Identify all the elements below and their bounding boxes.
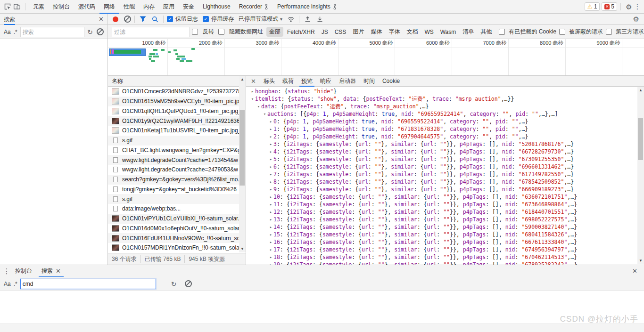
disclosure-triangle-icon[interactable]: ▸ bbox=[250, 88, 255, 95]
drawer-match-case-toggle[interactable]: Aa bbox=[4, 281, 11, 287]
network-conditions-icon[interactable] bbox=[286, 15, 296, 24]
detail-tab-响应[interactable]: 响应 bbox=[316, 76, 335, 87]
request-row[interactable]: tongji?gmkey=&gokey=at_bucketid%3D0%26 bbox=[108, 185, 246, 194]
filter-type-CSS[interactable]: CSS bbox=[332, 28, 349, 36]
disclosure-triangle-icon[interactable]: ▸ bbox=[268, 208, 273, 216]
request-list-scrollbar[interactable]: ▲ ▼ bbox=[239, 76, 246, 252]
record-network-log-button[interactable] bbox=[113, 16, 118, 22]
detail-tab-Cookie[interactable]: Cookie bbox=[379, 76, 404, 87]
request-row[interactable]: wwgw.light.degradeCount?cache=1713454&w bbox=[108, 155, 246, 165]
filter-type-字体[interactable]: 字体 bbox=[386, 27, 403, 37]
disclosure-triangle-icon[interactable]: ▸ bbox=[268, 223, 273, 231]
regex-toggle[interactable]: .* bbox=[14, 29, 17, 35]
filter-type-媒体[interactable]: 媒体 bbox=[368, 27, 385, 37]
request-row[interactable]: O1CN01qlIQRL1iQufPQUcd1_!!0-item_pic.jpg… bbox=[108, 106, 246, 116]
filter-type-文档[interactable]: 文档 bbox=[404, 27, 421, 37]
refresh-search-icon[interactable]: ↻ bbox=[87, 29, 93, 35]
detail-tab-载荷[interactable]: 载荷 bbox=[279, 76, 297, 87]
filter-type-其他[interactable]: 其他 bbox=[478, 27, 495, 37]
warnings-badge[interactable]: ⚠ 1 bbox=[585, 2, 600, 11]
disclosure-triangle-icon[interactable]: ▸ bbox=[268, 231, 273, 238]
preserve-log-checkbox[interactable]: ✓ bbox=[167, 16, 173, 22]
filter-type-JS[interactable]: JS bbox=[319, 28, 331, 36]
request-row[interactable]: search?gmkey=&gokey=vers%3Dj%26list_mo. bbox=[108, 175, 246, 185]
match-case-toggle[interactable]: Aa bbox=[4, 29, 11, 35]
request-row[interactable]: O1CN016FdUf41UHNnoV9OWc_!!0-saturn_sol bbox=[108, 233, 246, 243]
network-settings-gear-icon[interactable]: ⚙ bbox=[633, 16, 639, 23]
scroll-up-icon[interactable]: ▲ bbox=[239, 76, 246, 83]
detail-panel-scrollbar[interactable]: ▲ ▼ bbox=[637, 87, 644, 264]
json-tree-row[interactable]: ▸7: {i2iTags: {samestyle: {url: ""}, sim… bbox=[246, 170, 644, 178]
disclosure-triangle-icon[interactable]: ▸ bbox=[268, 170, 273, 178]
request-row[interactable]: O1CN01Cmcec923dNNBRGdvz_!!2539737278. bbox=[108, 87, 246, 97]
json-tree-row[interactable]: ▸9: {i2iTags: {samestyle: {url: ""}, sim… bbox=[246, 186, 644, 193]
extra-filter-checkbox[interactable] bbox=[559, 29, 565, 35]
errors-badge[interactable]: ✕ 5 bbox=[602, 2, 617, 11]
drawer-search-input[interactable] bbox=[20, 279, 156, 289]
disclosure-triangle-icon[interactable]: ▸ bbox=[268, 193, 273, 201]
invert-filter-checkbox[interactable] bbox=[192, 29, 198, 35]
disclosure-triangle-icon[interactable]: ▸ bbox=[268, 253, 273, 261]
detail-tab-标头[interactable]: 标头 bbox=[260, 76, 279, 87]
request-row[interactable]: O1CN0157MDRi1YnDnizonFn_!!0-saturn_solar bbox=[108, 243, 246, 253]
tab-Lighthouse[interactable]: Lighthouse bbox=[198, 0, 235, 14]
export-har-icon[interactable] bbox=[315, 15, 324, 24]
search-input[interactable] bbox=[20, 27, 85, 37]
disclosure-triangle-icon[interactable]: ▸ bbox=[268, 178, 273, 186]
request-row[interactable]: data:image/webp;bas... bbox=[108, 204, 246, 214]
scroll-down-icon[interactable]: ▼ bbox=[637, 258, 644, 264]
detail-tab-预览[interactable]: 预览 bbox=[297, 76, 316, 87]
json-tree-row[interactable]: ▸10: {i2iTags: {samestyle: {url: ""}, si… bbox=[246, 193, 644, 201]
disclosure-triangle-icon[interactable]: ▾ bbox=[250, 95, 255, 103]
tab-Recorder[interactable]: Recorder bbox=[235, 0, 273, 14]
network-search-icon[interactable] bbox=[150, 15, 160, 24]
disclosure-triangle-icon[interactable]: ▸ bbox=[268, 261, 273, 265]
extra-filter-label[interactable]: 第三方请求 bbox=[616, 28, 644, 36]
hide-data-urls-label[interactable]: 隐藏数据网址 bbox=[229, 28, 263, 36]
disable-cache-label[interactable]: 停用缓存 bbox=[211, 15, 234, 23]
scroll-down-icon[interactable]: ▼ bbox=[239, 246, 246, 252]
json-tree-row[interactable]: ▸8: {i2iTags: {samestyle: {url: ""}, sim… bbox=[246, 178, 644, 186]
disclosure-triangle-icon[interactable]: ▸ bbox=[268, 186, 273, 193]
filter-type-图片[interactable]: 图片 bbox=[350, 27, 367, 37]
filter-toggle-icon[interactable] bbox=[138, 15, 148, 24]
clear-network-log-icon[interactable] bbox=[124, 16, 131, 23]
drawer-tab-搜索[interactable]: 搜索✕ bbox=[37, 265, 66, 277]
disclosure-triangle-icon[interactable]: ▸ bbox=[268, 201, 273, 208]
drawer-clear-search-icon[interactable] bbox=[185, 280, 192, 287]
hide-data-urls-checkbox[interactable] bbox=[218, 29, 224, 35]
json-tree-row[interactable]: ▸18: {i2iTags: {samestyle: {url: ""}, si… bbox=[246, 253, 644, 261]
close-search-panel-icon[interactable]: ✕ bbox=[99, 16, 104, 22]
json-tree-row[interactable]: ▸5: {i2iTags: {samestyle: {url: ""}, sim… bbox=[246, 155, 644, 163]
detail-tab-时间[interactable]: 时间 bbox=[360, 76, 379, 87]
import-har-icon[interactable] bbox=[303, 15, 312, 24]
disclosure-triangle-icon[interactable]: ▸ bbox=[268, 238, 273, 246]
extra-filter-label[interactable]: 被屏蔽的请求 bbox=[569, 28, 603, 36]
preserve-log-label[interactable]: 保留日志 bbox=[175, 15, 198, 23]
request-row[interactable]: O1CN016d0M0x1o6ephiOutV_!!0-saturn_solar bbox=[108, 224, 246, 234]
drawer-tab-控制台[interactable]: 控制台 bbox=[10, 265, 37, 277]
tab-安全[interactable]: 安全 bbox=[179, 0, 198, 14]
close-tab-icon[interactable]: ✕ bbox=[56, 268, 61, 274]
scrollbar-thumb[interactable] bbox=[638, 118, 643, 160]
json-tree-row[interactable]: ▾data: {postFeeText: "运费", trace: "msrp_… bbox=[246, 103, 644, 110]
request-row[interactable]: wwgw.light.degradeCount?cache=2479053&w bbox=[108, 165, 246, 175]
drawer-refresh-search-icon[interactable]: ↻ bbox=[171, 281, 177, 287]
json-tree-row[interactable]: ▸hongbao: {status: "hide"} bbox=[246, 88, 644, 95]
disclosure-triangle-icon[interactable]: ▸ bbox=[268, 246, 273, 253]
settings-gear-icon[interactable]: ⚙ bbox=[624, 2, 634, 11]
tab-控制台[interactable]: 控制台 bbox=[49, 0, 74, 14]
inspect-element-icon[interactable] bbox=[3, 2, 12, 11]
disclosure-triangle-icon[interactable]: ▸ bbox=[268, 148, 273, 155]
extra-filter-checkbox[interactable] bbox=[606, 29, 612, 35]
json-tree-row[interactable]: ▾itemlist: {status: "show", data: {postF… bbox=[246, 95, 644, 103]
filter-type-Fetch/XHR[interactable]: Fetch/XHR bbox=[284, 28, 318, 36]
filter-type-Wasm[interactable]: Wasm bbox=[438, 28, 459, 36]
extra-filter-checkbox[interactable] bbox=[499, 29, 505, 35]
tab-性能[interactable]: 性能 bbox=[119, 0, 139, 14]
scrollbar-thumb[interactable] bbox=[239, 110, 245, 186]
json-tree-row[interactable]: ▸1: {p4p: 1, p4pSameHeight: true, nid: "… bbox=[246, 125, 644, 133]
tab-源代码[interactable]: 源代码 bbox=[74, 0, 99, 14]
name-column-header[interactable]: 名称 bbox=[112, 77, 123, 85]
disclosure-triangle-icon[interactable]: ▸ bbox=[268, 140, 273, 148]
